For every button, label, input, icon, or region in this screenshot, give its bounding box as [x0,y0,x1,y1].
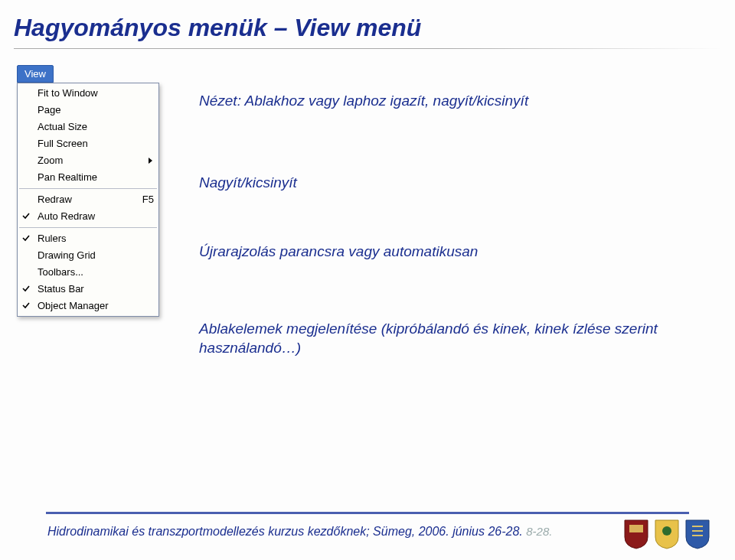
menu-item-label: Page [34,103,154,117]
menu-item-label: Fit to Window [34,86,154,100]
svg-point-1 [662,526,671,536]
check-icon [18,210,34,223]
menu-item-label: Auto Redraw [34,210,154,223]
menu-item-full-screen[interactable]: Full Screen [18,135,158,152]
annotation-redraw: Újrarajzolás parancsra vagy automatikusa… [199,243,658,262]
view-menu-screenshot: View Fit to Window Page Actual Size [17,65,159,317]
footer-suffix: 8-28. [526,525,552,538]
menu-item-fit-to-window[interactable]: Fit to Window [18,85,158,102]
menu-item-label: Full Screen [34,137,154,151]
menu-item-status-bar[interactable]: Status Bar [18,281,158,298]
menu-item-label: Actual Size [34,120,154,134]
menu-item-label: Zoom [34,154,149,168]
menu-item-label: Redraw [34,193,135,207]
page-title: Hagyományos menük – View menü [0,0,735,42]
check-icon [18,282,34,296]
annotation-fit-zoom: Nézet: Ablakhoz vagy laphoz igazít, nagy… [199,92,658,111]
submenu-arrow-icon [149,158,152,164]
check-icon [18,299,34,313]
menu-item-page[interactable]: Page [18,102,158,119]
menu-item-auto-redraw[interactable]: Auto Redraw [18,208,158,225]
menu-item-label: Status Bar [34,282,154,296]
svg-rect-0 [629,525,643,532]
menu-shortcut: F5 [135,193,154,207]
footer-text: Hidrodinamikai és transzportmodellezés k… [47,525,552,539]
shield-logo-yellow-icon [654,519,680,549]
title-rule [14,48,721,49]
menu-item-zoom[interactable]: Zoom [18,152,158,169]
footer-logos [623,519,710,549]
slide: Hagyományos menük – View menü View Fit t… [0,0,735,560]
menu-item-label: Pan Realtime [34,171,154,184]
menu-item-rulers[interactable]: Rulers [18,230,158,247]
menu-item-actual-size[interactable]: Actual Size [18,119,158,135]
annotation-window-elements: Ablakelemek megjelenítése (kipróbálandó … [199,320,658,357]
menu-item-pan-realtime[interactable]: Pan Realtime [18,169,158,186]
menu-item-label: Rulers [34,232,154,246]
menu-item-label: Drawing Grid [34,249,154,262]
content-area: View Fit to Window Page Actual Size [17,65,159,317]
shield-logo-red-icon [623,519,649,549]
footer-main: Hidrodinamikai és transzportmodellezés k… [47,525,523,538]
annotation-zoom: Nagyít/kicsinyít [199,174,658,193]
view-menu-tab[interactable]: View [17,65,54,83]
menu-item-toolbars[interactable]: Toolbars... [18,264,158,281]
menu-separator [19,188,157,189]
menu-separator [19,227,157,228]
menu-item-redraw[interactable]: Redraw F5 [18,191,158,208]
menu-item-object-manager[interactable]: Object Manager [18,298,158,314]
menu-item-label: Object Manager [34,299,154,313]
shield-logo-blue-icon [684,519,710,549]
menu-item-drawing-grid[interactable]: Drawing Grid [18,247,158,264]
view-menu-dropdown: Fit to Window Page Actual Size Full Scre… [17,83,159,317]
menu-item-label: Toolbars... [34,265,154,279]
check-icon [18,232,34,246]
footer-rule [46,512,689,514]
